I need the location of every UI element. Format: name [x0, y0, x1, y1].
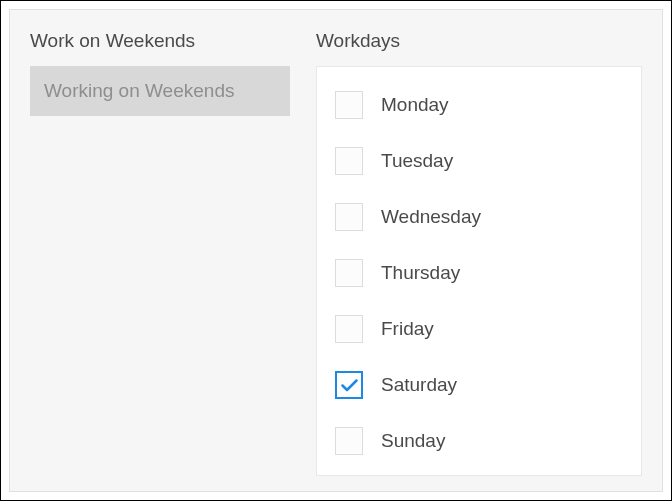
- workdays-row-tuesday: Tuesday: [317, 133, 641, 189]
- workdays-label-saturday: Saturday: [381, 374, 457, 396]
- checkbox-tuesday[interactable]: [335, 147, 363, 175]
- work-on-weekends-section: Work on Weekends Working on Weekends: [30, 30, 290, 116]
- checkbox-thursday[interactable]: [335, 259, 363, 287]
- checkbox-friday[interactable]: [335, 315, 363, 343]
- checkbox-wednesday[interactable]: [335, 203, 363, 231]
- checkbox-sunday[interactable]: [335, 427, 363, 455]
- check-icon: [341, 379, 358, 392]
- content-panel: Work on Weekends Working on Weekends Wor…: [9, 9, 663, 492]
- workdays-row-thursday: Thursday: [317, 245, 641, 301]
- workdays-row-friday: Friday: [317, 301, 641, 357]
- working-on-weekends-item[interactable]: Working on Weekends: [30, 66, 290, 116]
- work-on-weekends-title: Work on Weekends: [30, 30, 290, 52]
- window-frame: Work on Weekends Working on Weekends Wor…: [0, 0, 672, 501]
- workdays-label-tuesday: Tuesday: [381, 150, 453, 172]
- workdays-label-friday: Friday: [381, 318, 434, 340]
- checkbox-saturday[interactable]: [335, 371, 363, 399]
- workdays-row-sunday: Sunday: [317, 413, 641, 469]
- workdays-label-thursday: Thursday: [381, 262, 460, 284]
- workdays-section: Workdays Monday Tuesday Wednesday Thursd…: [316, 30, 642, 476]
- checkbox-monday[interactable]: [335, 91, 363, 119]
- workdays-title: Workdays: [316, 30, 642, 52]
- workdays-label-sunday: Sunday: [381, 430, 445, 452]
- workdays-row-wednesday: Wednesday: [317, 189, 641, 245]
- workdays-label-monday: Monday: [381, 94, 449, 116]
- workdays-row-saturday: Saturday: [317, 357, 641, 413]
- workdays-list: Monday Tuesday Wednesday Thursday Friday: [316, 66, 642, 476]
- workdays-row-monday: Monday: [317, 77, 641, 133]
- workdays-label-wednesday: Wednesday: [381, 206, 481, 228]
